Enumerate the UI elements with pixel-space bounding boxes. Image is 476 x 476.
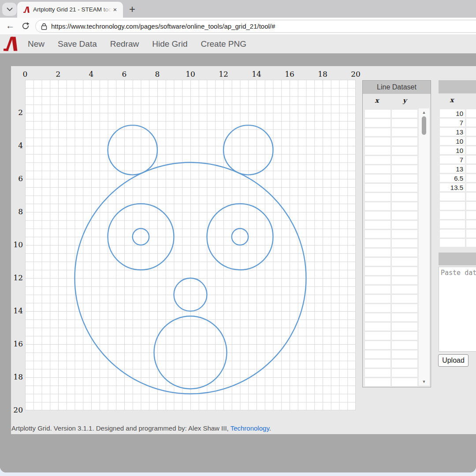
table-cell[interactable]	[392, 267, 417, 275]
techronology-link[interactable]: Techronology	[231, 424, 269, 432]
table-cell[interactable]	[365, 276, 390, 284]
menu-redraw[interactable]: Redraw	[110, 39, 139, 49]
table-cell[interactable]	[365, 110, 390, 118]
table-cell[interactable]	[392, 360, 417, 368]
table-cell[interactable]	[365, 323, 390, 331]
table-cell[interactable]	[392, 350, 417, 358]
table-cell[interactable]	[392, 184, 417, 192]
table-cell[interactable]	[365, 313, 390, 321]
table-cell[interactable]	[365, 360, 390, 368]
table-cell[interactable]	[365, 304, 390, 312]
table-cell[interactable]	[392, 323, 417, 331]
drawing-grid-canvas[interactable]	[25, 80, 356, 410]
table-cell[interactable]	[365, 230, 390, 238]
table-cell[interactable]	[392, 110, 417, 118]
menu-create-png[interactable]: Create PNG	[201, 39, 246, 49]
table-cell[interactable]	[466, 146, 476, 154]
table-cell[interactable]	[466, 174, 476, 182]
table-cell[interactable]	[365, 221, 390, 229]
table-cell[interactable]	[392, 193, 417, 201]
line-dataset-scrollbar[interactable]: ▲ ▼	[419, 108, 429, 386]
x-value-cell[interactable]	[440, 220, 465, 228]
x-value-cell[interactable]: 13	[440, 165, 465, 173]
table-cell[interactable]	[466, 193, 476, 201]
table-cell[interactable]	[392, 175, 417, 182]
table-cell[interactable]	[466, 230, 476, 238]
table-cell[interactable]	[466, 183, 476, 191]
x-value-cell[interactable]: 10	[440, 146, 465, 154]
table-cell[interactable]	[365, 258, 390, 266]
table-cell[interactable]	[392, 304, 417, 312]
table-cell[interactable]	[466, 156, 476, 164]
back-icon[interactable]: ←	[6, 21, 15, 31]
table-cell[interactable]	[392, 249, 417, 257]
paste-data-textarea[interactable]	[439, 267, 476, 352]
x-value-cell[interactable]: 13	[440, 128, 465, 136]
table-cell[interactable]	[392, 230, 417, 238]
table-cell[interactable]	[466, 109, 476, 117]
table-cell[interactable]	[365, 378, 390, 386]
table-cell[interactable]	[392, 286, 417, 294]
table-cell[interactable]	[392, 276, 417, 284]
table-cell[interactable]	[365, 165, 390, 173]
table-cell[interactable]	[365, 369, 390, 377]
menu-hide-grid[interactable]: Hide Grid	[152, 39, 187, 49]
tab-close-icon[interactable]: ×	[111, 6, 119, 14]
table-cell[interactable]	[365, 212, 390, 219]
table-cell[interactable]	[466, 119, 476, 126]
table-cell[interactable]	[392, 147, 417, 155]
x-value-cell[interactable]: 10	[440, 137, 465, 145]
table-cell[interactable]	[392, 119, 417, 127]
line-dataset-table[interactable]	[364, 108, 419, 386]
menu-save-data[interactable]: Save Data	[58, 39, 97, 49]
x-value-cell[interactable]: 6.5	[440, 174, 465, 182]
x-value-cell[interactable]: 7	[440, 119, 465, 126]
table-cell[interactable]	[392, 221, 417, 229]
techronology-logo-icon[interactable]	[4, 37, 18, 51]
table-cell[interactable]	[365, 239, 390, 247]
table-cell[interactable]	[392, 341, 417, 349]
table-cell[interactable]	[365, 286, 390, 294]
table-cell[interactable]	[392, 138, 417, 145]
table-cell[interactable]	[392, 295, 417, 303]
table-cell[interactable]	[365, 202, 390, 210]
x-value-cell[interactable]: 7	[440, 156, 465, 164]
x-value-cell[interactable]	[440, 239, 465, 247]
table-cell[interactable]	[392, 128, 417, 136]
table-cell[interactable]	[392, 156, 417, 164]
new-tab-button[interactable]: +	[126, 4, 138, 15]
table-cell[interactable]	[466, 211, 476, 219]
table-cell[interactable]	[466, 128, 476, 136]
table-cell[interactable]	[365, 128, 390, 136]
table-cell[interactable]	[466, 220, 476, 228]
x-value-cell[interactable]	[440, 193, 465, 201]
table-cell[interactable]	[392, 212, 417, 219]
x-value-cell[interactable]	[440, 211, 465, 219]
table-cell[interactable]	[365, 193, 390, 201]
table-cell[interactable]	[365, 156, 390, 164]
table-cell[interactable]	[392, 202, 417, 210]
table-cell[interactable]	[466, 202, 476, 210]
table-cell[interactable]	[365, 147, 390, 155]
table-cell[interactable]	[365, 341, 390, 349]
table-cell[interactable]	[365, 350, 390, 358]
browser-tab[interactable]: Artplotty Grid 21 - STEAM tool to c ×	[17, 2, 123, 18]
table-cell[interactable]	[466, 165, 476, 173]
circle-dataset-table[interactable]: 1071310107136.513.5	[439, 108, 476, 248]
table-cell[interactable]	[365, 184, 390, 192]
x-value-cell[interactable]: 13.5	[440, 183, 465, 191]
reload-icon[interactable]	[21, 22, 30, 30]
scroll-down-icon[interactable]: ▼	[419, 379, 429, 385]
table-cell[interactable]	[392, 258, 417, 266]
table-cell[interactable]	[365, 138, 390, 145]
table-cell[interactable]	[365, 332, 390, 340]
tab-list-dropdown-button[interactable]	[2, 3, 17, 16]
table-cell[interactable]	[392, 165, 417, 173]
lock-icon[interactable]	[41, 23, 47, 30]
scroll-up-icon[interactable]: ▲	[419, 109, 429, 115]
table-cell[interactable]	[365, 295, 390, 303]
table-cell[interactable]	[365, 267, 390, 275]
x-value-cell[interactable]	[440, 230, 465, 238]
x-value-cell[interactable]	[440, 202, 465, 210]
table-cell[interactable]	[466, 137, 476, 145]
